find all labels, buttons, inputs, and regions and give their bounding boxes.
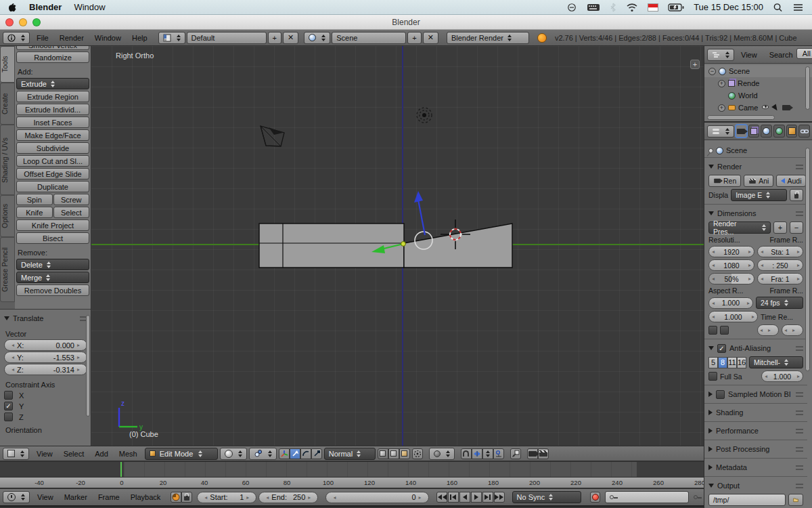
expander-plus-icon[interactable]: +: [718, 80, 725, 87]
filter-size-field[interactable]: 1.000: [761, 371, 803, 382]
manipulator-axes-icon[interactable]: [279, 448, 290, 459]
play-reverse-button[interactable]: [459, 492, 470, 503]
jump-to-end-button[interactable]: [494, 492, 505, 503]
toolshelf-button-bisect[interactable]: Bisect: [16, 232, 89, 244]
snap-magnet-button[interactable]: [461, 448, 472, 459]
outliner-item-scene[interactable]: −Scene: [704, 65, 812, 77]
editor-type-button[interactable]: [3, 32, 30, 44]
toolshelf-button-offset-edge-slide[interactable]: Offset Edge Slide: [16, 168, 89, 179]
pivot-point-select[interactable]: [249, 448, 277, 460]
jump-to-start-button[interactable]: [436, 492, 447, 503]
constraint-y-checkbox[interactable]: ✓: [4, 402, 13, 410]
timeline-menu-marker[interactable]: Marker: [59, 493, 93, 501]
add-screen-button[interactable]: +: [268, 32, 281, 44]
transform-orientation-select[interactable]: Normal: [324, 448, 376, 460]
rotate-manipulator-button[interactable]: [300, 448, 311, 459]
outliner-filter-tab[interactable]: All: [796, 48, 812, 59]
tab-constraints[interactable]: [798, 125, 810, 137]
outliner-search-menu[interactable]: Search: [764, 51, 798, 59]
spotlight-search-icon[interactable]: [773, 3, 783, 12]
lamp-object[interactable]: [417, 108, 432, 123]
next-keyframe-button[interactable]: [482, 492, 493, 503]
panel-grip[interactable]: [796, 410, 803, 415]
tab-render[interactable]: [736, 125, 747, 137]
render-panel-header[interactable]: Render: [708, 161, 803, 173]
border-checkbox[interactable]: [708, 326, 717, 335]
operator-panel-scrollbar[interactable]: [86, 315, 90, 417]
outliner-item-world[interactable]: World: [704, 89, 812, 102]
frame-start-prop-field[interactable]: Sta: 1: [757, 246, 803, 257]
toolshelf-button-delete[interactable]: Delete: [16, 259, 89, 270]
toolshelf-button-screw[interactable]: Screw: [53, 194, 90, 205]
snap-element-select[interactable]: [472, 448, 482, 459]
output-panel-header[interactable]: Output: [708, 480, 803, 492]
toolshelf-button-clipped[interactable]: Smooth Vertex: [16, 46, 89, 50]
toolshelf-button-loop-cut-and-sl-[interactable]: Loop Cut and Sl...: [16, 155, 89, 167]
panel-header-sampled-motion-bl[interactable]: Sampled Motion Bl: [708, 388, 803, 400]
mode-select[interactable]: Edit Mode: [145, 448, 218, 460]
timeline-current-frame-cursor[interactable]: [120, 462, 122, 477]
constraint-x-checkbox[interactable]: [4, 391, 13, 400]
notification-center-icon[interactable]: [792, 3, 804, 12]
toolshelf-button-select[interactable]: Select: [53, 207, 90, 218]
viewport-menu-mesh[interactable]: Mesh: [114, 450, 143, 458]
translate-x-field[interactable]: X:0.000: [4, 339, 87, 351]
viewport-menu-select[interactable]: Select: [58, 450, 90, 458]
outliner-vscrollbar[interactable]: [805, 66, 810, 110]
mesh-object[interactable]: [259, 224, 512, 268]
aa-filter-select[interactable]: Mitchell-: [749, 356, 803, 368]
toolshelf-button-randomize[interactable]: Randomize: [16, 51, 89, 63]
translate-z-field[interactable]: Z:-0.314: [4, 364, 87, 375]
expander-plus-icon[interactable]: +: [718, 104, 725, 112]
aa-samples-16-button[interactable]: 16: [737, 357, 746, 368]
properties-scrollbar[interactable]: [805, 148, 810, 371]
lock-interface-button[interactable]: [790, 189, 803, 201]
audio-button[interactable]: Audi: [776, 175, 806, 187]
aa-samples-5-button[interactable]: 5: [708, 357, 718, 368]
antialiasing-checkbox[interactable]: ✓: [717, 344, 726, 353]
lock-icon[interactable]: [181, 492, 192, 503]
timeline-menu-view[interactable]: View: [32, 493, 59, 501]
panel-grip[interactable]: [796, 165, 803, 169]
panel-checkbox[interactable]: [716, 390, 725, 399]
frame-end-field[interactable]: End:250: [258, 492, 318, 503]
toolshelf-tab-grease-pencil[interactable]: Grease Pencil: [0, 237, 15, 302]
screen-layout-field[interactable]: Default: [187, 32, 267, 44]
toolshelf-button-knife-project[interactable]: Knife Project: [16, 219, 89, 231]
viewport-scene[interactable]: z y: [91, 46, 704, 446]
render-engine-select[interactable]: Blender Render: [447, 32, 529, 44]
aspect-x-field[interactable]: 1.000: [708, 297, 753, 309]
current-frame-field[interactable]: 0: [325, 492, 428, 503]
operator-panel-header[interactable]: Translate: [4, 312, 87, 324]
sync-mode-select[interactable]: No Sync: [512, 491, 582, 503]
outliner-view-menu[interactable]: View: [736, 51, 763, 59]
viewport-menu-add[interactable]: Add: [89, 450, 114, 458]
timeline-editor-type-button[interactable]: [3, 491, 30, 503]
eye-toggle-icon[interactable]: [762, 105, 769, 109]
panel-header-shading[interactable]: Shading: [708, 406, 803, 419]
crop-checkbox[interactable]: [720, 326, 729, 335]
apple-icon[interactable]: [8, 3, 17, 12]
scene-field[interactable]: Scene: [332, 32, 406, 44]
do-not-disturb-icon[interactable]: [566, 3, 577, 12]
toolshelf-tab-shading-uvs[interactable]: Shading / UVs: [0, 125, 15, 195]
toolshelf-button-subdivide[interactable]: Subdivide: [16, 142, 89, 154]
panel-header-post-processing[interactable]: Post Processing: [708, 443, 803, 455]
info-menu-window[interactable]: Window: [89, 34, 127, 42]
toolshelf-button-spin[interactable]: Spin: [16, 194, 53, 205]
constraint-z-checkbox[interactable]: [4, 412, 13, 421]
scene-icon-button[interactable]: [304, 32, 330, 44]
menubar-app-name[interactable]: Blender: [29, 2, 62, 12]
bluetooth-icon[interactable]: [610, 3, 616, 12]
browse-output-button[interactable]: [788, 494, 803, 506]
selected-vertex[interactable]: [401, 242, 406, 247]
remove-preset-button[interactable]: −: [790, 221, 803, 234]
frame-start-field[interactable]: Start:1: [197, 492, 256, 503]
panel-header-performance[interactable]: Performance: [708, 425, 803, 437]
aa-samples-11-button[interactable]: 11: [727, 357, 737, 368]
aa-samples-8-button[interactable]: 8: [718, 357, 727, 368]
render-preset-select[interactable]: Render Pres...: [708, 221, 771, 234]
resolution-x-field[interactable]: 1920: [708, 246, 754, 257]
toolshelf-tab-create[interactable]: Create: [0, 83, 15, 125]
time-remap-new-field[interactable]: [782, 324, 803, 336]
